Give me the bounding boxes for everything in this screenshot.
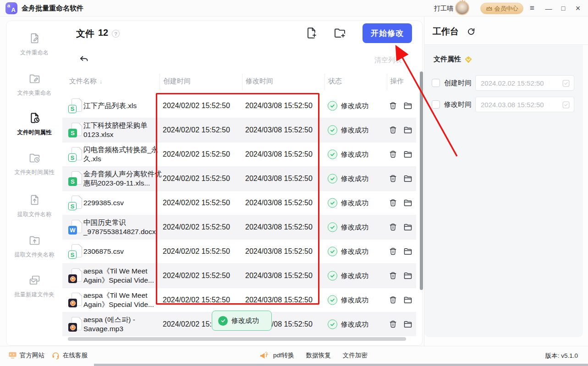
- table-row[interactable]: S 2299385.csv 2024/02/02 15:52:50 2024/0…: [62, 191, 416, 215]
- undo-icon[interactable]: [78, 54, 89, 65]
- file-status: 修改成功: [328, 126, 368, 135]
- file-modified-time: 2024/03/08 15:52:50: [245, 199, 313, 207]
- vertical-scrollbar-thumb[interactable]: [420, 71, 423, 290]
- delete-button[interactable]: [389, 223, 397, 232]
- column-header-status: 状态: [328, 77, 342, 86]
- help-icon[interactable]: [112, 30, 120, 38]
- sidebar-item-7[interactable]: 批量新建文件夹: [6, 274, 62, 299]
- open-folder-button[interactable]: [403, 150, 412, 159]
- delete-button[interactable]: [389, 101, 397, 110]
- file-rename-icon: [28, 32, 41, 46]
- delete-button[interactable]: [389, 295, 397, 305]
- menu-icon[interactable]: ≡: [525, 0, 539, 16]
- official-site-link[interactable]: 官方网站: [8, 351, 44, 360]
- column-header-filename[interactable]: 文件名称: [69, 77, 103, 86]
- delete-button[interactable]: [389, 150, 397, 159]
- footer-tool-link[interactable]: 数据恢复: [306, 351, 331, 360]
- open-folder-button[interactable]: [403, 174, 412, 183]
- file-modified-time: 2024/03/08 15:52:50: [245, 223, 313, 231]
- open-folder-button[interactable]: [403, 198, 412, 208]
- horizontal-scrollbar[interactable]: [68, 337, 406, 341]
- table-row[interactable]: aespa《Til We Meet Again》Special Vide... …: [62, 288, 416, 312]
- file-status: 修改成功: [328, 295, 368, 305]
- table-row[interactable]: S 2306875.csv 2024/02/02 15:52:50 2024/0…: [62, 239, 416, 263]
- datetime-input[interactable]: 2024.02.02 15:52:50: [475, 75, 574, 91]
- status-label: 修改成功: [341, 175, 368, 183]
- open-folder-button[interactable]: [403, 126, 412, 135]
- version-label: 版本: v5.1.0: [545, 352, 578, 360]
- file-name: aespa《Til We Meet Again》Special Vide...: [83, 267, 162, 285]
- datetime-input[interactable]: 2024.03.08 15:52:50: [475, 97, 574, 112]
- footer-tool-link[interactable]: pdf转换: [273, 351, 294, 360]
- file-name: 闪电音频格式转换器_永久.xls: [83, 145, 162, 164]
- status-label: 修改成功: [341, 150, 368, 159]
- open-folder-button[interactable]: [403, 295, 412, 305]
- sidebar-item-2[interactable]: 文件夹重命名: [6, 72, 62, 97]
- success-check-icon: [328, 198, 337, 208]
- sidebar-item-1[interactable]: 文件重命名: [6, 32, 62, 57]
- table-row[interactable]: S 金舟音频人声分离软件优惠码2023-09-11.xls... 2024/02…: [62, 166, 416, 191]
- minimize-button[interactable]: —: [542, 0, 555, 16]
- datetime-value: 2024.02.02 15:52:50: [481, 79, 544, 87]
- checkbox[interactable]: [432, 100, 440, 109]
- file-created-time: 2024/02/02 15:52:50: [163, 199, 230, 207]
- sidebar-item-5[interactable]: 提取文件名称: [6, 194, 62, 219]
- official-site-label: 官方网站: [20, 351, 44, 360]
- delete-button[interactable]: [389, 174, 397, 183]
- date-confirm-icon: [562, 101, 570, 109]
- sidebar-item-label: 提取文件夹名称: [14, 251, 55, 259]
- clear-list-button[interactable]: 清空列表: [374, 56, 402, 65]
- table-row[interactable]: S 江下科技脐橙采购单0123.xlsx 2024/02/02 15:52:50…: [62, 118, 416, 142]
- window-bottom-edge: [94, 364, 588, 366]
- delete-button[interactable]: [389, 247, 397, 256]
- app-logo-icon: aA: [5, 2, 17, 14]
- start-modify-button[interactable]: 开始修改: [363, 23, 412, 43]
- vip-center-button[interactable]: 会员中心: [480, 3, 523, 14]
- file-status: 修改成功: [328, 150, 368, 159]
- open-folder-button[interactable]: [403, 320, 412, 329]
- sidebar-item-4[interactable]: 文件夹时间属性: [6, 152, 62, 176]
- table-row[interactable]: S 江下产品列表.xls 2024/02/02 15:52:50 2024/03…: [62, 93, 416, 118]
- user-avatar[interactable]: [455, 1, 469, 15]
- file-status: 修改成功: [328, 271, 368, 281]
- table-row[interactable]: S 闪电音频格式转换器_永久.xls 2024/02/02 15:52:50 2…: [62, 142, 416, 166]
- file-list: S 江下产品列表.xls 2024/02/02 15:52:50 2024/03…: [62, 93, 416, 337]
- attribute-field-row: 创建时间 2024.02.02 15:52:50: [424, 75, 583, 91]
- open-folder-button[interactable]: [403, 247, 412, 256]
- file-created-time: 2024/02/02 15:52:50: [163, 296, 230, 304]
- sidebar-item-label: 批量新建文件夹: [14, 291, 55, 299]
- table-row[interactable]: aespa《Til We Meet Again》Special Vide... …: [62, 263, 416, 288]
- delete-button[interactable]: [389, 198, 397, 208]
- file-created-time: 2024/02/02 15:52:50: [163, 175, 230, 183]
- sidebar-item-label: 文件夹时间属性: [14, 169, 55, 176]
- status-label: 修改成功: [341, 101, 368, 110]
- file-status: 修改成功: [328, 101, 368, 110]
- excel-solid-icon: S: [68, 171, 82, 186]
- online-support-link[interactable]: 在线客服: [51, 351, 88, 360]
- delete-button[interactable]: [389, 320, 397, 329]
- maximize-button[interactable]: □: [556, 0, 570, 16]
- sidebar-item-label: 文件时间属性: [17, 129, 52, 137]
- checkbox[interactable]: [432, 79, 440, 87]
- headset-icon: [51, 351, 60, 360]
- sidebar-item-6[interactable]: 提取文件夹名称: [6, 234, 62, 259]
- delete-button[interactable]: [389, 126, 397, 135]
- refresh-icon[interactable]: [467, 27, 476, 36]
- open-folder-button[interactable]: [403, 101, 412, 110]
- file-created-time: 2024/02/02 15:52:50: [163, 272, 230, 280]
- open-folder-button[interactable]: [403, 223, 412, 232]
- open-folder-button[interactable]: [403, 271, 412, 280]
- footer-tool-link[interactable]: 文件加密: [343, 351, 368, 360]
- delete-button[interactable]: [389, 271, 397, 280]
- success-check-icon: [328, 126, 337, 135]
- file-count: 12: [98, 27, 108, 38]
- close-button[interactable]: ×: [571, 0, 585, 16]
- excel-solid-icon: S: [68, 123, 82, 137]
- column-header-created: 创建时间: [163, 77, 191, 86]
- excel-outline-icon: S: [68, 196, 82, 210]
- sidebar-item-3[interactable]: 文件时间属性: [6, 112, 62, 137]
- table-row[interactable]: W 中国历史常识_9787553814827.docx 2024/02/02 1…: [62, 215, 416, 239]
- add-folder-button[interactable]: [334, 27, 346, 39]
- add-file-button[interactable]: [305, 27, 318, 39]
- video-icon: [68, 293, 82, 307]
